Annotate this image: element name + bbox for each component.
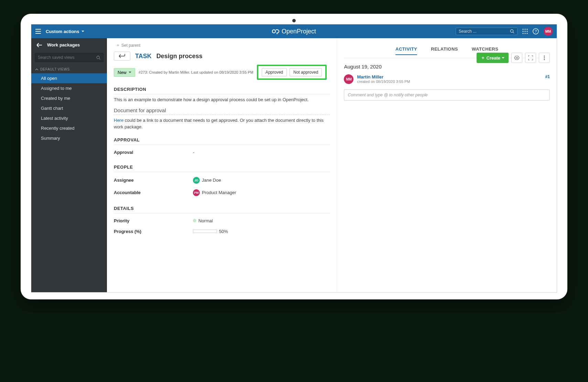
wp-meta: #273: Created by Martin Miller. Last upd… — [139, 70, 253, 74]
description-heading: DESCRIPTION — [114, 87, 330, 94]
desc-rest: could be a link to a document that needs… — [114, 118, 324, 130]
status-label: New — [118, 70, 127, 75]
accountable-value[interactable]: PM Product Manager — [193, 189, 236, 196]
activity-avatar[interactable]: MM — [344, 74, 353, 84]
breadcrumb-label: Custom actions — [46, 29, 79, 34]
accountable-name: Product Manager — [202, 190, 236, 195]
expand-icon — [528, 55, 533, 60]
sidebar: Work packages DEFAULT VIEWS All openAssi… — [31, 38, 107, 292]
set-parent-label: Set parent — [121, 43, 140, 48]
svg-point-14 — [516, 57, 518, 59]
assignee-value[interactable]: JD Jane Doe — [193, 177, 221, 184]
svg-text:?: ? — [535, 29, 537, 33]
accountable-label: Accountable — [114, 190, 193, 195]
sidebar-title: Work packages — [47, 42, 80, 47]
sidebar-search-input[interactable] — [38, 55, 96, 60]
create-label: Create — [487, 55, 500, 61]
back-arrow-icon[interactable] — [37, 43, 42, 47]
here-link[interactable]: Here — [114, 118, 123, 123]
back-button[interactable] — [114, 52, 130, 61]
fullscreen-button[interactable] — [525, 53, 536, 63]
activity-user-link[interactable]: Martin Miller — [357, 74, 542, 79]
sidebar-item[interactable]: Assigned to me — [31, 83, 107, 93]
create-button[interactable]: ＋ Create — [477, 53, 509, 63]
progress-value[interactable]: 50% — [193, 229, 228, 234]
accountable-avatar: PM — [193, 189, 200, 196]
sidebar-item[interactable]: All open — [31, 73, 107, 83]
details-heading: DETAILS — [114, 206, 330, 213]
tab-activity[interactable]: ACTIVITY — [395, 46, 417, 55]
wp-title[interactable]: Design process — [156, 53, 203, 60]
activity-date: August 19, 2020 — [344, 64, 550, 70]
logo-text: OpenProject — [282, 28, 316, 35]
user-avatar[interactable]: MM — [544, 27, 553, 36]
progress-label: Progress (%) — [114, 229, 193, 234]
activity-meta: created on 08/19/2020 3:55 PM — [357, 79, 542, 84]
openproject-icon — [272, 28, 280, 35]
eye-icon — [514, 56, 520, 60]
more-button[interactable] — [539, 53, 550, 63]
search-icon — [96, 55, 100, 60]
svg-point-13 — [97, 56, 99, 59]
approval-value[interactable]: - — [193, 150, 194, 155]
logo[interactable]: OpenProject — [272, 28, 316, 35]
chevron-down-icon — [81, 30, 84, 33]
wp-type[interactable]: TASK — [135, 53, 152, 60]
status-dropdown[interactable]: New — [114, 68, 135, 77]
custom-actions-highlight: Approved Not approved — [257, 65, 327, 80]
sidebar-search[interactable] — [35, 53, 104, 62]
description-text-2[interactable]: Here could be a link to a document that … — [114, 117, 330, 130]
sidebar-item[interactable]: Recently created — [31, 123, 107, 133]
svg-point-16 — [544, 57, 545, 59]
search-input[interactable] — [459, 29, 510, 34]
sidebar-item[interactable]: Created by me — [31, 93, 107, 103]
set-parent-link[interactable]: ＋ Set parent — [114, 41, 330, 52]
priority-label: Priority — [114, 218, 193, 223]
hamburger-icon[interactable] — [35, 29, 41, 34]
activity-entry: MM Martin Miller created on 08/19/2020 3… — [344, 74, 550, 84]
plus-icon: ＋ — [481, 55, 485, 61]
watch-button[interactable] — [511, 53, 522, 63]
svg-point-6 — [525, 31, 526, 32]
kebab-icon — [544, 55, 545, 60]
sidebar-item[interactable]: Gantt chart — [31, 103, 107, 113]
activity-number-link[interactable]: #1 — [545, 74, 550, 79]
apps-icon[interactable] — [522, 29, 528, 34]
sidebar-item[interactable]: Latest activity — [31, 113, 107, 123]
comment-input[interactable]: Comment and type @ to notify other peopl… — [344, 89, 550, 100]
sidebar-item[interactable]: Summary — [31, 133, 107, 143]
svg-point-3 — [525, 29, 526, 30]
chevron-down-icon — [129, 71, 131, 74]
progress-text: 50% — [219, 229, 228, 234]
reply-arrow-icon — [119, 54, 125, 58]
priority-value[interactable]: Normal — [193, 218, 213, 223]
approval-label: Approval — [114, 150, 193, 155]
top-bar: Custom actions OpenProject ? MM — [31, 24, 557, 38]
svg-point-0 — [272, 30, 275, 33]
approved-button[interactable]: Approved — [262, 68, 287, 76]
svg-point-5 — [523, 31, 524, 32]
approval-heading: APPROVAL — [114, 137, 330, 145]
description-text[interactable]: This is an example to demonstrate how a … — [114, 96, 330, 103]
search-icon — [510, 29, 514, 34]
svg-point-4 — [527, 29, 528, 30]
plus-icon: ＋ — [116, 42, 120, 48]
chevron-up-icon — [35, 68, 38, 71]
tab-relations[interactable]: RELATIONS — [431, 46, 458, 55]
assignee-avatar: JD — [193, 177, 200, 184]
help-icon[interactable]: ? — [533, 28, 539, 34]
breadcrumb[interactable]: Custom actions — [46, 29, 84, 34]
global-search[interactable] — [456, 28, 518, 35]
priority-text: Normal — [198, 218, 213, 223]
sidebar-group-label: DEFAULT VIEWS — [40, 67, 70, 71]
sidebar-group-header[interactable]: DEFAULT VIEWS — [31, 65, 107, 73]
svg-point-15 — [544, 56, 545, 57]
svg-point-10 — [527, 33, 528, 34]
svg-point-17 — [544, 59, 545, 60]
description-subheading: Document for approval — [114, 107, 330, 115]
tablet-camera — [292, 19, 296, 22]
not-approved-button[interactable]: Not approved — [290, 68, 322, 76]
assignee-label: Assignee — [114, 178, 193, 183]
svg-point-1 — [510, 30, 513, 32]
svg-point-8 — [523, 33, 524, 34]
